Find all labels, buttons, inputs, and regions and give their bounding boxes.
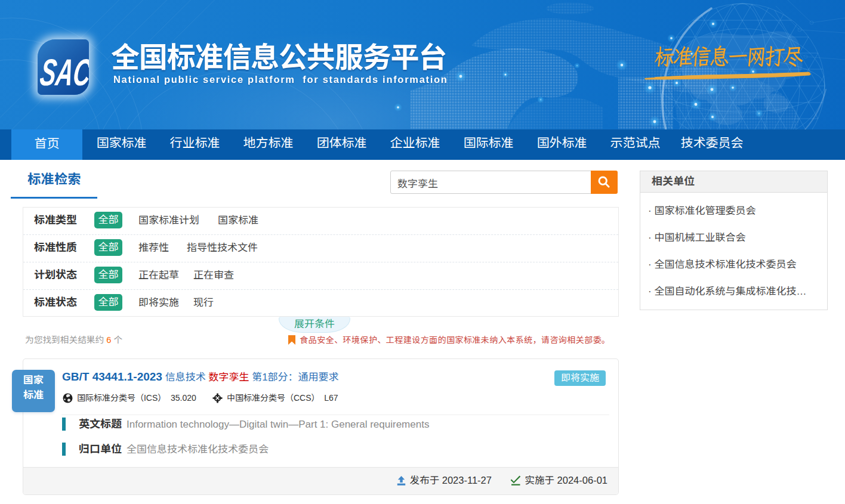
svg-text:SAC: SAC [38,56,89,93]
